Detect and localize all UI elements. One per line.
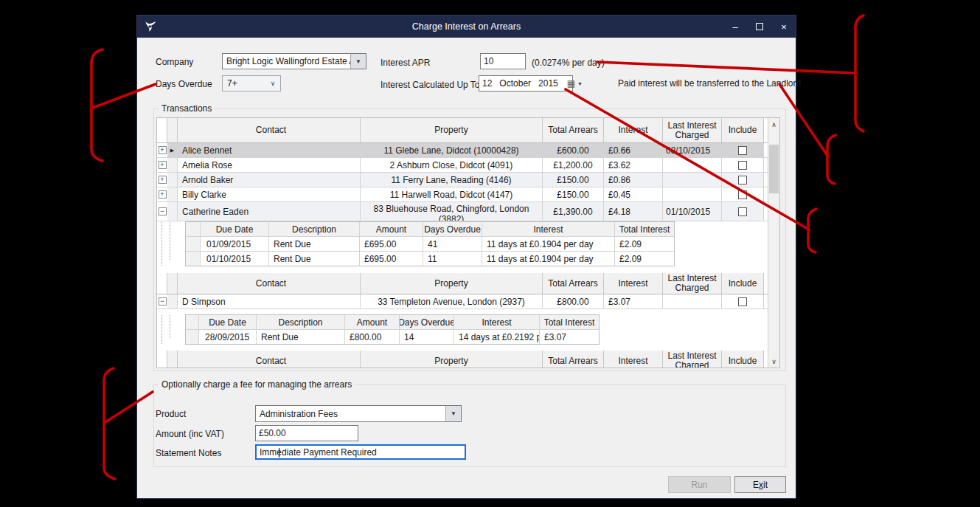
include-checkbox[interactable] bbox=[738, 190, 747, 199]
collapse-minus-icon[interactable]: − bbox=[159, 207, 167, 215]
annotation-bracket-small-lower bbox=[808, 209, 816, 252]
annotation-bracket-left-bottom bbox=[104, 368, 115, 479]
grid-corner-widget bbox=[765, 117, 780, 118]
table-row[interactable]: + ▶ Alice Bennet 11 Glebe Lane, Didcot (… bbox=[157, 143, 769, 158]
property-line2-clipped: (3882) bbox=[439, 214, 465, 221]
company-label: Company bbox=[156, 57, 193, 67]
current-row-marker-icon: ▶ bbox=[170, 148, 174, 154]
amount-label: Amount (inc VAT) bbox=[156, 429, 224, 439]
statement-notes-input[interactable]: Immediate Payment Required bbox=[255, 444, 466, 460]
subgrid-header-row: Due Date Description Amount Days Overdue… bbox=[186, 222, 674, 237]
col-last-interest[interactable]: Last Interest Charged bbox=[663, 118, 722, 142]
annotation-bracket-left-top bbox=[91, 49, 102, 161]
date-year[interactable]: 2015 bbox=[538, 78, 558, 89]
days-overdue-label: Days Overdue bbox=[156, 79, 212, 89]
minimize-button[interactable]: – bbox=[731, 21, 740, 32]
title-bar: Charge Interest on Arrears – × bbox=[137, 15, 796, 38]
vertical-scrollbar[interactable]: ∧ ∨ bbox=[768, 118, 779, 368]
close-button[interactable]: × bbox=[779, 21, 788, 32]
transactions-groupbox: Transactions Contact Property Total Arre… bbox=[153, 108, 786, 371]
product-combobox[interactable]: Administration Fees ▼ bbox=[255, 405, 462, 422]
exit-button[interactable]: Exit bbox=[734, 476, 786, 493]
fee-group-label: Optionally charge a fee for managing the… bbox=[159, 379, 355, 390]
detail-subgrid: Due Date Description Amount Days Overdue… bbox=[185, 221, 675, 266]
include-checkbox[interactable] bbox=[738, 207, 747, 216]
subcol-description[interactable]: Description bbox=[269, 222, 360, 236]
calendar-icon[interactable]: ▦ bbox=[567, 78, 575, 89]
date-picker[interactable]: 12 October 2015 ▦ ▼ bbox=[479, 75, 573, 92]
scrollbar-thumb[interactable] bbox=[769, 145, 779, 193]
statement-notes-label: Statement Notes bbox=[156, 448, 221, 458]
table-row[interactable]: − D Simpson 33 Templeton Avenue, London … bbox=[157, 294, 769, 309]
expand-plus-icon[interactable]: + bbox=[159, 176, 167, 184]
annotation-bracket-right bbox=[855, 15, 863, 131]
col-property[interactable]: Property bbox=[361, 118, 543, 142]
annotation-bracket-small-upper bbox=[827, 135, 835, 184]
subgrid-row[interactable]: 28/09/2015 Rent Due £800.00 14 14 days a… bbox=[186, 330, 599, 344]
subcol-total-interest[interactable]: Total Interest bbox=[615, 222, 674, 236]
include-checkbox[interactable] bbox=[738, 176, 747, 184]
transactions-group-label: Transactions bbox=[159, 103, 215, 114]
calc-up-to-label: Interest Calculated Up To bbox=[380, 80, 480, 90]
apr-per-day-note: (0.0274% per day) bbox=[532, 58, 605, 68]
fee-groupbox: Optionally charge a fee for managing the… bbox=[153, 384, 786, 467]
expand-plus-icon[interactable]: + bbox=[159, 146, 167, 154]
dropdown-arrow-icon[interactable]: ▼ bbox=[445, 406, 461, 421]
table-row[interactable]: − Catherine Eaden 83 Bluehouse Road, Chi… bbox=[157, 202, 769, 221]
subcol-amount[interactable]: Amount bbox=[360, 222, 423, 236]
date-dropdown-icon[interactable]: ▼ bbox=[577, 81, 583, 86]
subcol-days-overdue[interactable]: Days Overdue bbox=[423, 222, 482, 236]
date-day[interactable]: 12 bbox=[482, 78, 492, 89]
text-caret bbox=[279, 448, 279, 458]
subgrid-row[interactable]: 01/09/2015 Rent Due £695.00 41 11 days a… bbox=[186, 237, 674, 252]
transactions-grid[interactable]: Contact Property Total Arrears Interest … bbox=[156, 117, 780, 368]
expand-plus-icon[interactable]: + bbox=[159, 161, 167, 169]
include-checkbox[interactable] bbox=[738, 146, 747, 155]
col-contact[interactable]: Contact bbox=[178, 118, 361, 142]
subcol-interest[interactable]: Interest bbox=[482, 222, 615, 236]
scroll-up-icon[interactable]: ∧ bbox=[768, 118, 779, 131]
chevron-down-icon: ∨ bbox=[265, 80, 280, 87]
grid-header-row: Contact Property Total Arrears Interest … bbox=[157, 351, 769, 368]
detail-subgrid: Due Date Description Amount Days Overdue… bbox=[185, 314, 600, 345]
grid-header-row: Contact Property Total Arrears Interest … bbox=[157, 273, 769, 294]
dropdown-arrow-icon[interactable]: ▼ bbox=[350, 54, 366, 69]
maximize-button[interactable] bbox=[756, 23, 763, 30]
window-title: Charge Interest on Arrears bbox=[137, 21, 796, 32]
include-checkbox[interactable] bbox=[738, 161, 747, 170]
subgrid-header-row: Due Date Description Amount Days Overdue… bbox=[186, 315, 599, 330]
interest-apr-input[interactable]: 10 bbox=[480, 53, 526, 69]
scroll-down-icon[interactable]: ∨ bbox=[768, 355, 779, 368]
days-overdue-combobox[interactable]: 7+ ∨ bbox=[222, 75, 281, 92]
expand-plus-icon[interactable]: + bbox=[159, 190, 167, 199]
amount-input[interactable]: £50.00 bbox=[255, 425, 358, 441]
table-row[interactable]: + Billy Clarke 11 Harwell Road, Didcot (… bbox=[157, 187, 769, 202]
date-month[interactable]: October bbox=[499, 78, 531, 89]
dialog-window: Charge Interest on Arrears – × Company B… bbox=[136, 15, 796, 499]
run-button[interactable]: Run bbox=[668, 476, 731, 493]
table-row[interactable]: + Arnold Baker 11 Ferry Lane, Reading (4… bbox=[157, 173, 769, 187]
subgrid-row[interactable]: 01/10/2015 Rent Due £695.00 11 11 days a… bbox=[186, 252, 674, 266]
subcol-due-date[interactable]: Due Date bbox=[201, 222, 269, 236]
landlord-note: Paid interest will be transferred to the… bbox=[618, 78, 801, 89]
grid-header-row: Contact Property Total Arrears Interest … bbox=[157, 118, 769, 143]
col-total-arrears[interactable]: Total Arrears bbox=[543, 118, 604, 142]
collapse-minus-icon[interactable]: − bbox=[159, 297, 167, 306]
col-interest[interactable]: Interest bbox=[604, 118, 663, 142]
col-include[interactable]: Include bbox=[722, 118, 764, 142]
product-label: Product bbox=[156, 409, 186, 419]
company-combobox[interactable]: Bright Logic Wallingford Estate Agent ▼ bbox=[222, 53, 366, 69]
interest-apr-label: Interest APR bbox=[380, 58, 430, 68]
table-row[interactable]: + Amelia Rose 2 Ashburn Close, Didcot (4… bbox=[157, 158, 769, 173]
include-checkbox[interactable] bbox=[738, 297, 747, 306]
